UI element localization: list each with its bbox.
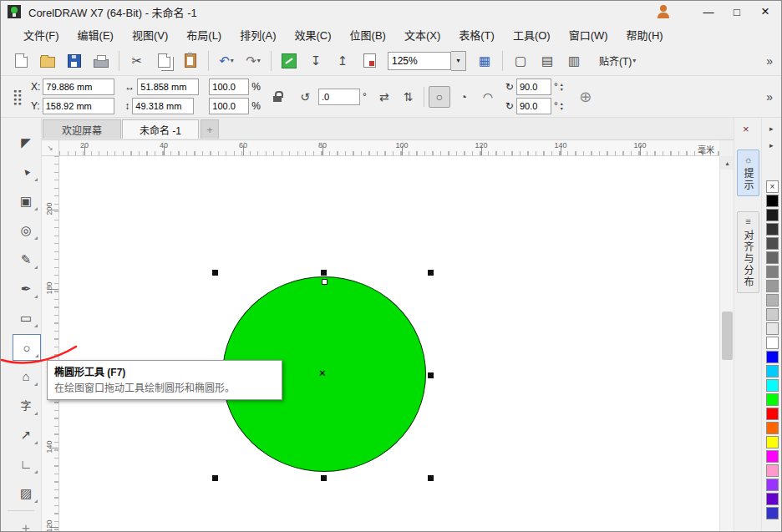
ellipse-mode-button[interactable]: ○ bbox=[429, 86, 450, 108]
pick-tool-button[interactable]: ◤ bbox=[13, 129, 39, 155]
color-swatch[interactable] bbox=[766, 280, 779, 292]
palette-expand-icon[interactable]: ▸ bbox=[769, 124, 774, 133]
menu-arrange[interactable]: 排列(A) bbox=[231, 24, 285, 45]
toolbar-overflow-button[interactable]: » bbox=[766, 54, 773, 68]
start-angle-spinner[interactable]: ▴▾ bbox=[561, 83, 563, 92]
zoom-tool-button[interactable]: ◎ bbox=[13, 217, 39, 242]
save-button[interactable] bbox=[63, 49, 86, 73]
color-swatch[interactable] bbox=[766, 195, 779, 207]
start-angle-input[interactable] bbox=[516, 79, 551, 95]
horizontal-ruler[interactable]: 20 40 60 80 100 120 140 160 毫米 bbox=[59, 139, 719, 156]
menu-text[interactable]: 文本(X) bbox=[395, 24, 449, 45]
rotation-angle-input[interactable] bbox=[318, 89, 360, 105]
docker-close-icon[interactable]: × bbox=[743, 123, 749, 135]
print-button[interactable] bbox=[89, 49, 113, 73]
scale-x-input[interactable] bbox=[209, 79, 249, 95]
color-swatch[interactable] bbox=[766, 209, 779, 221]
redo-dropdown-icon[interactable]: ▾ bbox=[257, 57, 261, 64]
show-grid-button[interactable]: ▤ bbox=[536, 49, 559, 73]
maximize-button[interactable]: □ bbox=[723, 1, 751, 23]
palette-scroll-icon[interactable]: ▸ bbox=[769, 141, 774, 149]
search-content-button[interactable] bbox=[277, 49, 301, 73]
color-swatch[interactable] bbox=[766, 507, 779, 519]
color-swatch[interactable] bbox=[766, 379, 779, 392]
snap-to-dropdown[interactable]: 贴齐(T) ▾ bbox=[594, 51, 641, 70]
color-swatch[interactable] bbox=[766, 479, 779, 491]
cut-button[interactable]: ✂ bbox=[125, 49, 149, 73]
object-width-input[interactable] bbox=[137, 79, 199, 95]
color-swatch[interactable] bbox=[766, 237, 779, 250]
arc-mode-button[interactable]: ◠ bbox=[477, 86, 499, 108]
shape-tool-button[interactable]: ▲ bbox=[13, 159, 39, 184]
user-account-icon[interactable] bbox=[656, 4, 671, 19]
color-swatch-none[interactable]: × bbox=[766, 180, 779, 193]
menu-effects[interactable]: 效果(C) bbox=[286, 24, 341, 45]
open-button[interactable] bbox=[36, 49, 59, 73]
ellipse-node[interactable] bbox=[322, 279, 328, 285]
minimize-button[interactable]: — bbox=[694, 1, 723, 23]
color-swatch[interactable] bbox=[766, 464, 779, 477]
menu-layout[interactable]: 布局(L) bbox=[177, 24, 231, 45]
selection-handle-bottom-right[interactable] bbox=[428, 475, 434, 481]
docker-tab-hints[interactable]: ☼ 提示 bbox=[737, 149, 759, 196]
end-angle-spinner[interactable]: ▴▾ bbox=[561, 102, 563, 111]
color-swatch[interactable] bbox=[766, 436, 779, 448]
menu-bitmaps[interactable]: 位图(B) bbox=[341, 24, 395, 45]
menu-edit[interactable]: 编辑(E) bbox=[69, 24, 123, 45]
zoom-dropdown-button[interactable]: ▾ bbox=[451, 51, 466, 71]
selection-handle-top-right[interactable] bbox=[428, 270, 434, 276]
end-angle-input[interactable] bbox=[516, 98, 551, 114]
new-document-tab-button[interactable]: + bbox=[201, 119, 219, 139]
menu-table[interactable]: 表格(T) bbox=[449, 24, 504, 45]
color-swatch[interactable] bbox=[766, 337, 779, 349]
menu-window[interactable]: 窗口(W) bbox=[560, 24, 617, 45]
scroll-up-button[interactable]: ▴ bbox=[720, 156, 734, 170]
rectangle-tool-button[interactable]: ▭ bbox=[13, 305, 39, 330]
crop-tool-button[interactable]: ▣ bbox=[13, 188, 39, 213]
lock-ratio-button[interactable] bbox=[267, 79, 289, 115]
color-swatch[interactable] bbox=[766, 365, 779, 377]
tab-untitled-document[interactable]: 未命名 -1 bbox=[122, 119, 199, 139]
vertical-scrollbar[interactable]: ▴ bbox=[719, 156, 734, 532]
color-swatch[interactable] bbox=[766, 351, 779, 363]
menu-tools[interactable]: 工具(O) bbox=[504, 24, 560, 45]
more-tools-button[interactable]: + bbox=[13, 515, 39, 532]
paste-button[interactable] bbox=[179, 49, 202, 73]
color-swatch[interactable] bbox=[766, 308, 779, 321]
tab-welcome-screen[interactable]: 欢迎屏幕 bbox=[43, 119, 121, 139]
scrollbar-thumb[interactable] bbox=[722, 312, 733, 360]
selection-handle-top-left[interactable] bbox=[212, 270, 218, 276]
close-button[interactable]: × bbox=[751, 1, 779, 23]
polygon-tool-button[interactable]: ⌂ bbox=[13, 363, 39, 388]
menu-help[interactable]: 帮助(H) bbox=[617, 24, 673, 45]
selection-handle-bottom-center[interactable] bbox=[321, 475, 327, 481]
wrap-text-button[interactable]: ⊕ bbox=[575, 86, 597, 108]
drop-shadow-tool-button[interactable]: ▨ bbox=[13, 480, 39, 505]
selection-handle-bottom-left[interactable] bbox=[212, 475, 218, 481]
scale-y-input[interactable] bbox=[209, 98, 249, 114]
x-position-input[interactable] bbox=[43, 79, 114, 95]
selection-handle-top-center[interactable] bbox=[321, 270, 327, 276]
flip-horizontal-button[interactable]: ⇄ bbox=[373, 86, 395, 108]
y-position-input[interactable] bbox=[43, 98, 114, 114]
application-launcher-button[interactable]: ▦ bbox=[473, 49, 496, 73]
color-swatch[interactable] bbox=[766, 251, 779, 264]
ellipse-tool-button[interactable]: ○ bbox=[13, 334, 41, 361]
docker-tab-align-distribute[interactable]: ≡ 对齐与分布 bbox=[737, 211, 759, 293]
menu-file[interactable]: 文件(F) bbox=[14, 24, 69, 45]
pie-mode-button[interactable]: ◔ bbox=[453, 86, 475, 108]
undo-button[interactable]: ↶▾ bbox=[215, 49, 238, 73]
color-swatch[interactable] bbox=[766, 450, 779, 463]
connector-tool-button[interactable]: ∟ bbox=[13, 451, 39, 476]
drawing-canvas[interactable]: × bbox=[59, 156, 719, 532]
color-swatch[interactable] bbox=[766, 294, 779, 307]
color-swatch[interactable] bbox=[766, 393, 779, 406]
redo-button[interactable]: ↷▾ bbox=[241, 49, 265, 73]
freehand-tool-button[interactable]: ✎ bbox=[13, 246, 39, 271]
color-swatch[interactable] bbox=[766, 322, 779, 335]
flip-vertical-button[interactable]: ⇅ bbox=[398, 86, 419, 108]
menu-view[interactable]: 视图(V) bbox=[123, 24, 177, 45]
view-options-button[interactable]: ▥ bbox=[562, 49, 586, 73]
vertical-ruler[interactable]: 200 180 160 140 120 bbox=[41, 156, 59, 532]
object-height-input[interactable] bbox=[132, 98, 194, 114]
